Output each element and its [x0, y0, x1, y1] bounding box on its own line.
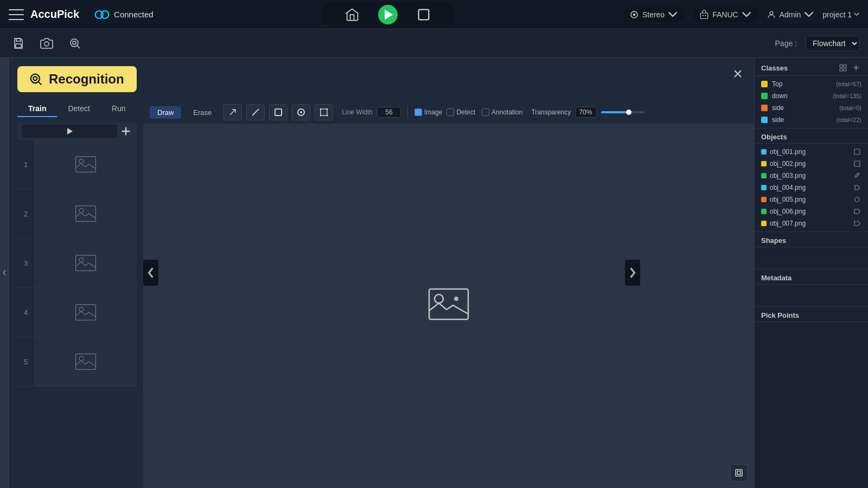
svg-rect-36	[429, 289, 468, 319]
svg-rect-6	[700, 13, 708, 19]
object-color	[761, 209, 767, 214]
menu-icon[interactable]	[9, 9, 24, 20]
line-width-input[interactable]	[377, 107, 401, 118]
project-dropdown[interactable]: project 1	[822, 10, 859, 19]
metadata-section-body	[755, 285, 868, 306]
classes-add-button[interactable]	[851, 62, 861, 73]
draw-button[interactable]: Draw	[150, 106, 181, 119]
app-logo: AccuPick	[30, 8, 79, 21]
annotation-checkbox[interactable]	[482, 108, 489, 116]
circle-tool-button[interactable]	[292, 104, 310, 120]
image-item[interactable]: 4	[17, 288, 137, 337]
erase-button[interactable]: Erase	[186, 106, 219, 119]
object-item[interactable]: obj_007.png	[755, 217, 868, 229]
tab-detect[interactable]: Detect	[57, 101, 100, 117]
class-item[interactable]: down (total=135)	[755, 90, 868, 102]
robot-label: FANUC	[712, 10, 738, 19]
image-item[interactable]: 2	[17, 189, 137, 239]
image-item-thumbnail[interactable]	[35, 239, 137, 287]
object-color	[761, 197, 767, 202]
camera-dropdown[interactable]: Stereo	[623, 7, 684, 22]
canvas-area[interactable]	[143, 123, 754, 488]
camera-capture-button[interactable]	[37, 34, 56, 53]
class-name: down	[772, 92, 828, 100]
object-name: obj_004.png	[770, 184, 850, 191]
image-list-header	[17, 123, 137, 140]
camera-label: Stereo	[642, 10, 665, 19]
class-item[interactable]: side (total=0)	[755, 102, 868, 114]
page-select[interactable]: Flowchart	[806, 36, 859, 51]
user-dropdown[interactable]: Admin	[767, 10, 814, 20]
robot-dropdown[interactable]: FANUC	[693, 7, 757, 22]
classes-section: Classes	[755, 57, 868, 128]
object-item[interactable]: obj_003.png	[755, 170, 868, 182]
image-item[interactable]: 1	[17, 140, 137, 189]
object-color	[761, 221, 767, 226]
shapes-section-body	[755, 247, 868, 269]
class-count: (total=22)	[836, 117, 861, 123]
toolbar-divider	[407, 106, 408, 119]
play-button[interactable]	[378, 5, 398, 24]
stop-button[interactable]	[414, 5, 433, 24]
search-view-button[interactable]	[65, 34, 85, 53]
project-label: project 1	[822, 10, 852, 19]
image-item-thumbnail[interactable]	[35, 288, 137, 337]
image-add-button[interactable]	[119, 125, 132, 138]
svg-point-8	[705, 15, 706, 16]
line-tool-button[interactable]	[246, 104, 265, 120]
classes-grid-button[interactable]	[838, 62, 848, 73]
svg-rect-26	[76, 354, 96, 370]
nav-center-bg	[321, 2, 455, 28]
canvas-prev-button[interactable]	[143, 260, 158, 286]
image-item-number: 1	[17, 140, 35, 189]
object-item[interactable]: obj_005.png	[755, 194, 868, 206]
objects-list: obj_001.png obj_002.png obj_003.png obj_…	[755, 144, 868, 232]
metadata-title-label: Metadata	[761, 274, 792, 282]
svg-rect-24	[76, 305, 96, 320]
image-checkbox[interactable]	[414, 108, 422, 116]
canvas-next-button[interactable]	[625, 260, 640, 286]
svg-rect-44	[844, 68, 846, 71]
svg-point-5	[633, 13, 636, 16]
class-item[interactable]: side (total=22)	[755, 114, 868, 126]
image-play-button[interactable]	[22, 125, 117, 138]
svg-point-19	[79, 159, 84, 163]
polygon-tool-button[interactable]	[315, 104, 333, 120]
object-item[interactable]: obj_004.png	[755, 182, 868, 194]
object-name: obj_001.png	[770, 148, 850, 156]
svg-point-15	[31, 74, 40, 83]
shapes-section: Shapes	[755, 232, 868, 269]
close-button[interactable]	[730, 66, 745, 81]
transparency-input[interactable]	[575, 107, 597, 118]
arrow-tool-button[interactable]	[224, 104, 242, 120]
transparency-slider[interactable]	[601, 111, 644, 113]
canvas-fit-button[interactable]	[730, 464, 748, 481]
object-rect-icon	[853, 159, 861, 168]
tab-run[interactable]: Run	[101, 101, 137, 117]
detect-toggle: Detect	[446, 108, 475, 116]
connection-label: Connected	[114, 10, 154, 19]
image-item[interactable]: 5	[17, 337, 137, 387]
image-item-thumbnail[interactable]	[35, 189, 137, 238]
object-item[interactable]: obj_002.png	[755, 158, 868, 170]
image-item[interactable]: 3	[17, 239, 137, 288]
object-name: obj_006.png	[770, 208, 850, 215]
classes-title-actions	[838, 62, 861, 73]
image-item-number: 3	[17, 239, 35, 287]
class-item[interactable]: Top (total=57)	[755, 78, 868, 90]
image-item-thumbnail[interactable]	[35, 337, 137, 386]
svg-point-32	[320, 108, 322, 110]
rect-tool-button[interactable]	[269, 104, 288, 120]
left-panel-toggle[interactable]	[0, 57, 9, 488]
svg-point-27	[79, 356, 84, 361]
detect-checkbox[interactable]	[446, 108, 454, 116]
save-button[interactable]	[9, 34, 28, 53]
image-item-thumbnail[interactable]	[35, 140, 137, 189]
object-tag3-icon	[853, 219, 861, 228]
image-toggle: Image	[414, 108, 442, 116]
tab-train[interactable]: Train	[17, 101, 57, 117]
object-item[interactable]: obj_001.png	[755, 146, 868, 158]
svg-rect-31	[321, 109, 327, 115]
object-item[interactable]: obj_006.png	[755, 206, 868, 217]
home-button[interactable]	[342, 5, 362, 24]
